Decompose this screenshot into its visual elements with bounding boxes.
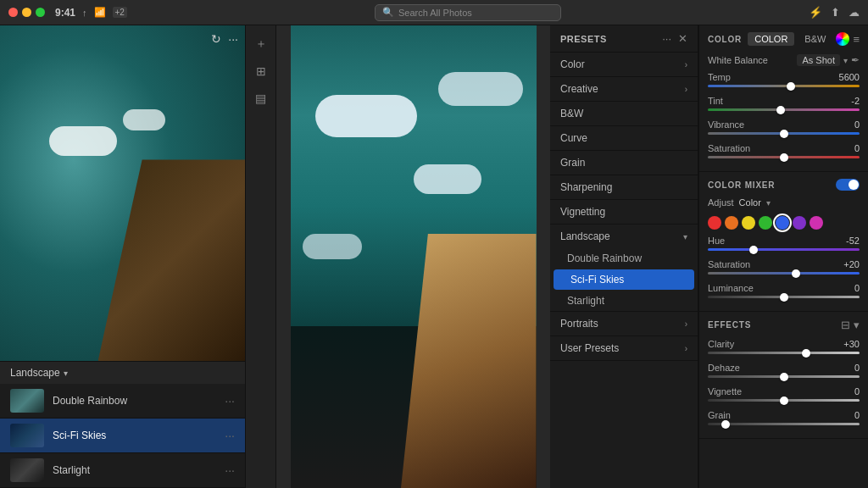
- list-item[interactable]: Starlight ···: [0, 453, 245, 488]
- color-dot-orange[interactable]: [725, 216, 738, 230]
- more-icon[interactable]: ···: [662, 32, 671, 45]
- group-label: Curve: [560, 132, 587, 144]
- hue-label: Hue: [708, 236, 725, 246]
- preset-group-sharpening: Sharpening: [550, 175, 698, 200]
- landscape-item-sci-fi-skies[interactable]: Sci-Fi Skies: [554, 269, 694, 290]
- maximize-button[interactable]: [36, 8, 45, 17]
- group-label: Sharpening: [560, 181, 612, 193]
- color-dot-green[interactable]: [759, 216, 772, 230]
- vibrance-slider[interactable]: [708, 132, 860, 135]
- group-header-user-presets[interactable]: User Presets ›: [550, 336, 698, 360]
- effects-section: EFFECTS ⊟ ▾ Clarity +30 Dehaze: [699, 312, 868, 439]
- saturation-thumb[interactable]: [780, 153, 788, 162]
- share-icon[interactable]: ⬆: [831, 6, 840, 19]
- cloud-decoration-2: [123, 109, 165, 130]
- color-dot-purple[interactable]: [793, 216, 806, 230]
- group-header-sharpening[interactable]: Sharpening: [550, 175, 698, 199]
- main-content: ↻ ··· Landscape ▾ Double Rainbow ··· Sci…: [0, 25, 868, 488]
- luminance-thumb[interactable]: [780, 293, 788, 302]
- vignette-thumb[interactable]: [780, 396, 788, 405]
- color-dot-red[interactable]: [708, 216, 721, 230]
- hue-thumb[interactable]: [749, 246, 758, 254]
- section-title: Landscape: [10, 367, 60, 379]
- effects-display-icon[interactable]: ⊟: [841, 319, 850, 331]
- effects-icons: ⊟ ▾: [841, 319, 860, 331]
- mixer-saturation-thumb[interactable]: [792, 269, 800, 278]
- filter-icon[interactable]: ⚡: [809, 6, 822, 19]
- luminance-value: 0: [854, 283, 860, 293]
- add-icon[interactable]: ＋: [249, 32, 273, 56]
- clarity-thumb[interactable]: [802, 349, 810, 358]
- group-header-bw[interactable]: B&W: [550, 102, 698, 125]
- center-panel: [276, 25, 550, 488]
- vibrance-thumb[interactable]: [780, 130, 788, 138]
- temp-thumb[interactable]: [787, 82, 795, 91]
- save-icon[interactable]: ▤: [249, 86, 273, 110]
- grain-slider[interactable]: [708, 423, 860, 425]
- color-dot-yellow[interactable]: [742, 216, 755, 230]
- group-header-curve[interactable]: Curve: [550, 126, 698, 150]
- group-header-landscape[interactable]: Landscape ▾: [550, 225, 698, 248]
- color-picker-icon[interactable]: [836, 32, 849, 46]
- cloud-icon[interactable]: ☁: [849, 6, 860, 19]
- settings-icon[interactable]: ≡: [853, 33, 860, 46]
- status-icon: ↑: [82, 8, 87, 18]
- tab-color[interactable]: COLOR: [748, 32, 794, 46]
- more-icon[interactable]: ···: [228, 32, 238, 46]
- grid-icon[interactable]: ⊞: [249, 59, 273, 83]
- effects-more-icon[interactable]: ▾: [854, 319, 860, 331]
- adjust-chevron-icon[interactable]: ▾: [766, 198, 771, 208]
- group-header-color[interactable]: Color ›: [550, 53, 698, 76]
- list-item[interactable]: Double Rainbow ···: [0, 384, 245, 419]
- wb-chevron-icon[interactable]: ▾: [843, 56, 848, 65]
- preset-thumbnail: [10, 389, 44, 413]
- minimize-button[interactable]: [22, 8, 31, 17]
- saturation-label: Saturation: [708, 143, 750, 153]
- section-header[interactable]: Landscape ▾: [0, 362, 245, 384]
- preset-group-grain: Grain: [550, 151, 698, 175]
- color-mixer-toggle[interactable]: [836, 179, 860, 191]
- tint-thumb[interactable]: [776, 106, 785, 114]
- tint-slider[interactable]: [708, 108, 860, 111]
- mixer-saturation-slider[interactable]: [708, 272, 860, 274]
- color-dot-blue[interactable]: [776, 216, 789, 230]
- preset-group-user-presets: User Presets ›: [550, 336, 698, 361]
- luminance-slider[interactable]: [708, 296, 860, 298]
- more-options-icon[interactable]: ···: [225, 429, 235, 442]
- left-panel: ↻ ··· Landscape ▾ Double Rainbow ··· Sci…: [0, 25, 246, 488]
- white-balance-value[interactable]: As Shot: [797, 54, 840, 66]
- photo-render: [291, 25, 537, 488]
- eyedropper-icon[interactable]: ✒: [851, 54, 860, 66]
- temp-slider-row: Temp 5600: [699, 69, 868, 93]
- group-header-portraits[interactable]: Portraits ›: [550, 312, 698, 336]
- group-header-grain[interactable]: Grain: [550, 151, 698, 175]
- landscape-item-double-rainbow[interactable]: Double Rainbow: [550, 248, 698, 269]
- refresh-icon[interactable]: ↻: [211, 32, 221, 46]
- clarity-slider[interactable]: [708, 352, 860, 354]
- group-header-vignetting[interactable]: Vignetting: [550, 200, 698, 224]
- dehaze-thumb[interactable]: [780, 373, 788, 381]
- clarity-slider-row: Clarity +30: [699, 336, 868, 360]
- presets-header-icons: ··· ✕: [662, 32, 687, 45]
- close-button[interactable]: [8, 8, 18, 17]
- list-item[interactable]: Sci-Fi Skies ···: [0, 419, 245, 453]
- grain-thumb[interactable]: [721, 420, 730, 429]
- hue-slider[interactable]: [708, 248, 860, 251]
- preset-thumbnail: [10, 424, 44, 447]
- landscape-item-starlight[interactable]: Starlight: [550, 291, 698, 311]
- saturation-slider[interactable]: [708, 156, 860, 158]
- search-bar[interactable]: 🔍 Search All Photos: [375, 4, 561, 21]
- preview-area: ↻ ···: [0, 25, 245, 361]
- preset-group-vignetting: Vignetting: [550, 200, 698, 225]
- vignette-slider[interactable]: [708, 399, 860, 402]
- dehaze-slider[interactable]: [708, 375, 860, 378]
- tab-bw[interactable]: B&W: [798, 32, 832, 46]
- more-options-icon[interactable]: ···: [225, 394, 235, 408]
- group-header-creative[interactable]: Creative ›: [550, 77, 698, 101]
- close-icon[interactable]: ✕: [678, 32, 687, 45]
- color-dot-magenta[interactable]: [810, 216, 823, 230]
- more-options-icon[interactable]: ···: [225, 463, 235, 477]
- temp-slider[interactable]: [708, 85, 860, 87]
- adjust-select[interactable]: Color: [739, 197, 761, 208]
- vignette-label: Vignette: [708, 386, 742, 396]
